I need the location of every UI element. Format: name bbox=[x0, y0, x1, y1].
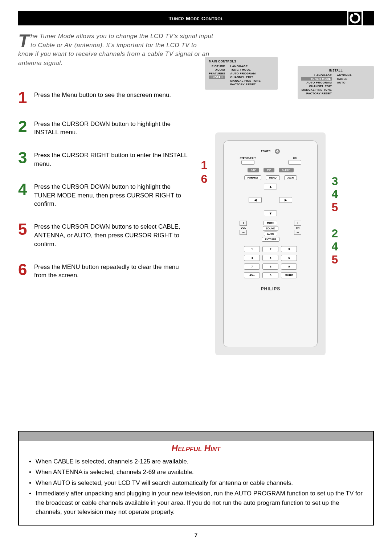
dropcap: T bbox=[18, 32, 30, 49]
step-text: Press the Menu button to see the onscree… bbox=[34, 90, 171, 106]
callout-4: 4 bbox=[332, 188, 338, 201]
brand-logo: PHILIPS bbox=[261, 286, 281, 291]
callout-6: 6 bbox=[201, 172, 207, 186]
step-item: 4Press the CURSOR DOWN button to highlig… bbox=[18, 181, 189, 208]
page-number: 7 bbox=[18, 532, 374, 538]
cc-label: CC bbox=[293, 157, 297, 159]
step-item: 1Press the Menu button to see the onscre… bbox=[18, 90, 189, 106]
step-number: 3 bbox=[18, 150, 34, 168]
num-4-button: 4 bbox=[244, 255, 260, 261]
ch-label: CH bbox=[296, 226, 299, 229]
power-button-icon: ⏻ bbox=[275, 149, 280, 154]
num-9-button: 9 bbox=[281, 263, 297, 270]
hint-list: When CABLE is selected, channels 2-125 a… bbox=[19, 457, 373, 525]
cursor-up-icon: ▲ bbox=[264, 184, 277, 189]
callout-2: 2 bbox=[332, 227, 338, 240]
number-pad: 1 2 3 4 5 6 7 8 9 AV+ 0 SURF bbox=[244, 246, 297, 278]
menu-button: MENU bbox=[266, 175, 280, 180]
step-text: Press the CURSOR DOWN button to highligh… bbox=[34, 181, 189, 208]
cc-button bbox=[288, 160, 301, 165]
num-8-button: 8 bbox=[262, 263, 278, 270]
status-exit-label: STATUS/EXIT bbox=[240, 157, 256, 159]
step-number: 1 bbox=[18, 90, 34, 106]
av-plus-button: AV+ bbox=[244, 272, 260, 278]
menu-title: MAIN CONTROLS bbox=[209, 60, 274, 63]
vol-plus-icon: + bbox=[240, 221, 247, 226]
intro-paragraph: The Tuner Mode allows you to change the … bbox=[18, 32, 214, 68]
hint-item: When CABLE is selected, channels 2-125 a… bbox=[29, 457, 363, 466]
num-7-button: 7 bbox=[244, 263, 260, 270]
num-6-button: 6 bbox=[281, 255, 297, 261]
ch-minus-icon: − bbox=[294, 230, 301, 235]
power-label: POWER bbox=[261, 150, 270, 152]
callout-5: 5 bbox=[332, 201, 338, 214]
callout-3: 3 bbox=[332, 175, 338, 188]
onscreen-menu-main: MAIN CONTROLS PICTURE AUDIO FEATURES INS… bbox=[205, 57, 278, 90]
callout-4b: 4 bbox=[332, 240, 338, 253]
sound-button: SOUND bbox=[263, 226, 278, 231]
step-text: Press the CURSOR RIGHT button to enter t… bbox=[34, 150, 189, 168]
cursor-left-icon: ◀ bbox=[249, 197, 262, 203]
step-item: 6Press the MENU button repeatedly to cle… bbox=[18, 262, 189, 280]
remote-diagram: POWER⏻ STATUS/EXIT CC SAPPIPSLEEP FORMAT… bbox=[223, 140, 318, 347]
menu-title: INSTALL bbox=[301, 69, 370, 72]
auto-button: AUTO bbox=[264, 232, 278, 236]
callout-5b: 5 bbox=[332, 253, 338, 266]
num-0-button: 0 bbox=[262, 272, 278, 278]
step-number: 4 bbox=[18, 181, 34, 208]
cursor-right-icon: ▶ bbox=[279, 197, 292, 203]
step-text: Press the CURSOR DOWN buttons to select … bbox=[34, 221, 189, 248]
callout-1: 1 bbox=[201, 159, 207, 172]
onscreen-menu-install: INSTALL LANGUAGE TUNER MODE AUTO PROGRAM… bbox=[298, 66, 374, 99]
header-bar: Tuner Mode Control bbox=[18, 11, 374, 25]
steps-list: 1Press the Menu button to see the onscre… bbox=[18, 90, 189, 347]
step-number: 2 bbox=[18, 119, 34, 137]
pip-button: PIP bbox=[264, 168, 274, 172]
hint-title: Helpful Hint bbox=[19, 443, 373, 453]
vol-label: VOL bbox=[241, 226, 246, 229]
vol-minus-icon: − bbox=[240, 230, 247, 235]
ach-button: A/CH bbox=[284, 175, 297, 180]
status-exit-button bbox=[241, 160, 254, 165]
ch-plus-icon: + bbox=[294, 221, 301, 226]
hint-bar bbox=[19, 432, 373, 441]
hint-item: When ANTENNA is selected, channels 2-69 … bbox=[29, 467, 363, 477]
num-3-button: 3 bbox=[281, 246, 297, 252]
cursor-pad: ▲ ▼ ◀ ▶ bbox=[249, 184, 292, 216]
helpful-hint-box: Helpful Hint When CABLE is selected, cha… bbox=[18, 431, 374, 526]
surf-button: SURF bbox=[281, 272, 297, 278]
step-item: 5Press the CURSOR DOWN buttons to select… bbox=[18, 221, 189, 248]
num-1-button: 1 bbox=[244, 246, 260, 252]
step-text: Press the MENU button repeatedly to clea… bbox=[34, 262, 189, 280]
step-item: 2Press the CURSOR DOWN button to highlig… bbox=[18, 119, 189, 137]
sap-button: SAP bbox=[248, 168, 259, 172]
picture-button: PICTURE bbox=[262, 237, 279, 242]
header-icon bbox=[347, 10, 363, 26]
step-number: 6 bbox=[18, 262, 34, 280]
step-item: 3Press the CURSOR RIGHT button to enter … bbox=[18, 150, 189, 168]
num-5-button: 5 bbox=[262, 255, 278, 261]
mute-button: MUTE bbox=[264, 221, 277, 225]
hint-item: Immediately after unpacking and plugging… bbox=[29, 489, 363, 517]
step-number: 5 bbox=[18, 221, 34, 248]
format-button: FORMAT bbox=[244, 175, 261, 180]
step-text: Press the CURSOR DOWN button to highligh… bbox=[34, 119, 189, 137]
num-2-button: 2 bbox=[262, 246, 278, 252]
page-title: Tuner Mode Control bbox=[168, 15, 223, 21]
hint-item: When AUTO is selected, your LCD TV will … bbox=[29, 478, 363, 488]
sleep-button: SLEEP bbox=[279, 168, 294, 172]
cursor-down-icon: ▼ bbox=[264, 210, 277, 216]
